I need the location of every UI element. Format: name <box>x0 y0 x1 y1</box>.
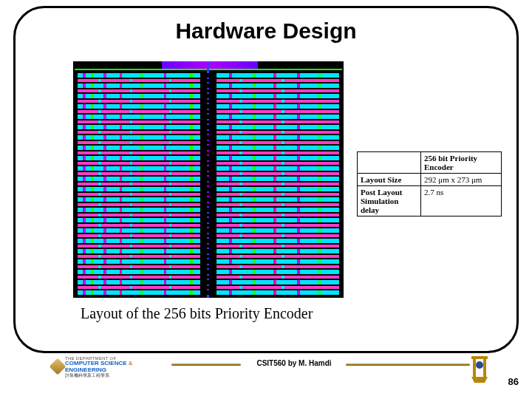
dept-line3: 計算機科學及工程學系 <box>65 373 168 378</box>
svg-point-0 <box>476 361 483 369</box>
table-row: Post Layout Simulation delay 2.7 ns <box>358 186 502 216</box>
table-val: 292 μm x 273 μm <box>421 174 502 186</box>
table-header-blank <box>358 152 421 174</box>
spec-table: 256 bit Priority Encoder Layout Size 292… <box>357 151 502 216</box>
footer-rule-left <box>171 364 241 366</box>
university-logo <box>468 355 491 384</box>
slide: Hardware Design <box>0 0 532 399</box>
table-key: Layout Size <box>358 174 421 186</box>
footer-rule-right <box>346 364 470 366</box>
dept-word: ENGINEERING <box>65 366 106 373</box>
footer-label: CSIT560 by M. Hamdi <box>245 359 343 367</box>
dept-line2: COMPUTER SCIENCE & ENGINEERING <box>65 361 168 373</box>
table-row: Layout Size 292 μm x 273 μm <box>358 174 502 186</box>
figure-caption: Layout of the 256 bits Priority Encoder <box>81 305 313 322</box>
slide-title: Hardware Design <box>16 18 516 44</box>
table-val: 2.7 ns <box>421 186 502 216</box>
table-key: Post Layout Simulation delay <box>358 186 421 216</box>
table-header-value: 256 bit Priority Encoder <box>421 152 502 174</box>
dept-amp: & <box>129 360 133 366</box>
page-number: 86 <box>508 376 519 387</box>
slide-frame: Hardware Design <box>13 6 519 353</box>
department-logo: THE DEPARTMENT OF COMPUTER SCIENCE & ENG… <box>65 356 168 378</box>
chip-layout-image <box>73 61 344 298</box>
